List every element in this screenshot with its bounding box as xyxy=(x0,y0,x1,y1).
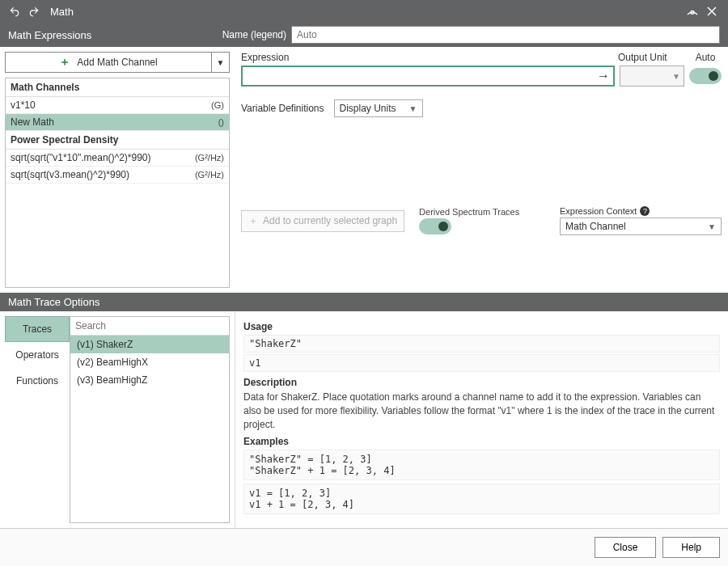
channel-list: Math Channels v1*10 (G) New Math () Powe… xyxy=(5,78,230,288)
channel-row[interactable]: sqrt(sqrt(v3.mean()^2)*990) (G²/Hz) xyxy=(6,167,229,184)
output-unit-select[interactable]: ▼ xyxy=(620,65,684,87)
add-math-channel-row: ＋ Add Math Channel ▼ xyxy=(5,52,230,73)
channel-label: sqrt(sqrt(v3.mean()^2)*990) xyxy=(11,169,129,180)
trace-item[interactable]: (v3) BeamHighZ xyxy=(70,371,229,389)
add-to-graph-label: Add to currently selected graph xyxy=(263,215,397,226)
channel-unit: () xyxy=(218,117,224,127)
math-trace-options-label: Math Trace Options xyxy=(8,296,99,308)
expression-controls: → ▼ xyxy=(241,65,722,87)
example-block: v1 = [1, 2, 3] v1 + 1 = [2, 3, 4] xyxy=(243,484,720,514)
expression-input-wrap: → xyxy=(241,65,615,87)
chevron-down-icon: ▼ xyxy=(708,222,716,231)
chevron-down-icon: ▼ xyxy=(217,58,225,67)
forward-button[interactable] xyxy=(26,3,42,19)
variable-definitions-select[interactable]: Display Units ▼ xyxy=(334,99,423,117)
usage-line: v1 xyxy=(243,354,720,372)
tab-traces[interactable]: Traces xyxy=(5,316,70,342)
add-math-channel-dropdown[interactable]: ▼ xyxy=(211,53,229,72)
channel-unit: (G²/Hz) xyxy=(195,153,224,163)
expression-panel: Expression Output Unit Auto → ▼ Variable… xyxy=(235,47,728,293)
chevron-down-icon: ▼ xyxy=(672,72,680,81)
description-text: Data for ShakerZ. Place quotation marks … xyxy=(243,391,720,431)
name-legend-label: Name (legend) xyxy=(222,29,286,40)
expression-submit-button[interactable]: → xyxy=(594,69,613,83)
channels-panel: ＋ Add Math Channel ▼ Math Channels v1*10… xyxy=(0,47,235,293)
help-button[interactable]: Help xyxy=(662,537,720,558)
tab-functions[interactable]: Functions xyxy=(5,368,70,394)
trace-item[interactable]: (v2) BeamHighX xyxy=(70,353,229,371)
trace-list-wrap: (v1) ShakerZ (v2) BeamHighX (v3) BeamHig… xyxy=(70,316,230,523)
description-heading: Description xyxy=(243,377,720,388)
channel-label: sqrt(sqrt("v1*10".mean()^2)*990) xyxy=(11,152,151,163)
expression-context-label-row: Expression Context ? xyxy=(560,206,722,216)
chevron-down-icon: ▼ xyxy=(409,104,417,113)
trace-list: (v1) ShakerZ (v2) BeamHighX (v3) BeamHig… xyxy=(70,336,229,522)
channel-row[interactable]: sqrt(sqrt("v1*10".mean()^2)*990) (G²/Hz) xyxy=(6,150,229,167)
trace-detail-panel: Usage "ShakerZ" v1 Description Data for … xyxy=(235,311,728,528)
auto-label: Auto xyxy=(689,52,722,63)
expression-label: Expression xyxy=(241,52,289,63)
variable-definitions-value: Display Units xyxy=(340,103,396,114)
channel-group-psd: Power Spectral Density xyxy=(6,131,229,150)
back-button[interactable] xyxy=(6,3,23,19)
expression-context-value: Math Channel xyxy=(565,221,626,232)
expression-input[interactable] xyxy=(243,67,594,85)
trace-left-panel: Traces Operators Functions (v1) ShakerZ … xyxy=(0,311,235,528)
add-math-channel-button[interactable]: ＋ Add Math Channel xyxy=(6,53,211,72)
trace-search-input[interactable] xyxy=(70,317,229,336)
dialog-footer: Close Help xyxy=(0,528,728,566)
channel-unit: (G) xyxy=(211,100,224,110)
derived-spectrum-label: Derived Spectrum Traces xyxy=(419,207,519,217)
expression-context-label: Expression Context xyxy=(560,206,637,216)
channel-label: v1*10 xyxy=(11,99,36,111)
plus-icon: ＋ xyxy=(59,55,70,70)
output-unit-label: Output Unit xyxy=(618,52,683,63)
trace-section: Traces Operators Functions (v1) ShakerZ … xyxy=(0,311,728,528)
examples-heading: Examples xyxy=(243,436,720,447)
expression-context-col: Expression Context ? Math Channel ▼ xyxy=(560,206,722,235)
math-trace-options-header: Math Trace Options xyxy=(0,293,728,311)
math-expressions-header: Math Expressions Name (legend) xyxy=(0,23,728,47)
example-block: "ShakerZ" = [1, 2, 3] "ShakerZ" + 1 = [2… xyxy=(243,450,720,480)
close-button[interactable]: Close xyxy=(595,537,657,558)
usage-line: "ShakerZ" xyxy=(243,335,720,353)
plus-icon: ＋ xyxy=(248,214,258,228)
close-window-button[interactable] xyxy=(702,2,722,21)
channel-row[interactable]: New Math () xyxy=(6,114,229,131)
add-math-channel-label: Add Math Channel xyxy=(77,57,157,68)
channel-group-math: Math Channels xyxy=(6,78,229,97)
channel-label: New Math xyxy=(11,116,54,128)
tab-operators[interactable]: Operators xyxy=(5,342,70,368)
variable-definitions-row: Variable Definitions Display Units ▼ xyxy=(241,99,722,117)
derived-spectrum-toggle[interactable] xyxy=(419,218,451,234)
derived-row: ＋ Add to currently selected graph Derive… xyxy=(241,206,722,235)
help-icon[interactable]: ? xyxy=(640,206,650,216)
window-title: Math xyxy=(50,6,74,18)
expression-context-select[interactable]: Math Channel ▼ xyxy=(560,218,722,235)
expression-header-row: Expression Output Unit Auto xyxy=(241,52,722,63)
help-header-button[interactable] xyxy=(683,2,702,21)
name-legend-input[interactable] xyxy=(291,26,720,44)
channel-row[interactable]: v1*10 (G) xyxy=(6,97,229,114)
add-to-graph-button: ＋ Add to currently selected graph xyxy=(241,210,404,232)
derived-spectrum-col: Derived Spectrum Traces xyxy=(419,207,519,234)
upper-panel: ＋ Add Math Channel ▼ Math Channels v1*10… xyxy=(0,47,728,293)
trace-tabs: Traces Operators Functions xyxy=(5,316,70,523)
trace-item[interactable]: (v1) ShakerZ xyxy=(70,336,229,353)
math-expressions-label: Math Expressions xyxy=(8,29,91,41)
variable-definitions-label: Variable Definitions xyxy=(241,103,324,114)
titlebar: Math xyxy=(0,0,728,23)
auto-toggle[interactable] xyxy=(689,68,722,84)
usage-heading: Usage xyxy=(243,321,720,332)
channel-unit: (G²/Hz) xyxy=(195,170,224,180)
